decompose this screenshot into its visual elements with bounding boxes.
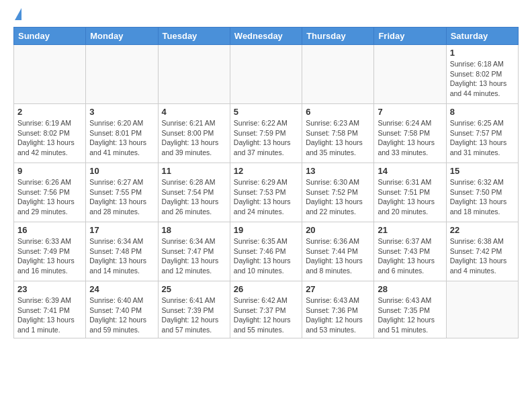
day-info: Sunrise: 6:26 AM Sunset: 7:56 PM Dayligh… (17, 177, 82, 217)
calendar-cell: 4Sunrise: 6:21 AM Sunset: 8:00 PM Daylig… (158, 104, 230, 163)
calendar-cell (230, 45, 302, 104)
week-row-0: 1Sunrise: 6:18 AM Sunset: 8:02 PM Daylig… (14, 45, 519, 104)
day-info: Sunrise: 6:21 AM Sunset: 8:00 PM Dayligh… (162, 118, 226, 158)
day-info: Sunrise: 6:24 AM Sunset: 7:58 PM Dayligh… (378, 118, 442, 158)
logo-triangle-icon (15, 8, 21, 20)
day-number: 5 (234, 107, 298, 117)
calendar-cell: 20Sunrise: 6:36 AM Sunset: 7:44 PM Dayli… (302, 222, 374, 281)
calendar-cell: 5Sunrise: 6:22 AM Sunset: 7:59 PM Daylig… (230, 104, 302, 163)
day-number: 28 (378, 284, 442, 294)
day-number: 10 (89, 166, 154, 176)
calendar-cell (86, 45, 158, 104)
calendar-cell: 27Sunrise: 6:43 AM Sunset: 7:36 PM Dayli… (302, 281, 374, 338)
day-info: Sunrise: 6:43 AM Sunset: 7:36 PM Dayligh… (306, 295, 370, 335)
page: SundayMondayTuesdayWednesdayThursdayFrid… (0, 0, 532, 345)
weekday-header-row: SundayMondayTuesdayWednesdayThursdayFrid… (14, 28, 519, 45)
day-number: 26 (234, 284, 298, 294)
day-number: 17 (89, 225, 154, 235)
day-info: Sunrise: 6:33 AM Sunset: 7:49 PM Dayligh… (17, 236, 82, 276)
calendar-cell: 6Sunrise: 6:23 AM Sunset: 7:58 PM Daylig… (302, 104, 374, 163)
calendar: SundayMondayTuesdayWednesdayThursdayFrid… (13, 27, 519, 338)
calendar-cell (446, 281, 518, 338)
day-info: Sunrise: 6:35 AM Sunset: 7:46 PM Dayligh… (234, 236, 298, 276)
calendar-cell: 1Sunrise: 6:18 AM Sunset: 8:02 PM Daylig… (446, 45, 518, 104)
day-number: 1 (450, 48, 515, 58)
calendar-cell: 2Sunrise: 6:19 AM Sunset: 8:02 PM Daylig… (14, 104, 86, 163)
calendar-cell: 12Sunrise: 6:29 AM Sunset: 7:53 PM Dayli… (230, 163, 302, 222)
calendar-cell: 8Sunrise: 6:25 AM Sunset: 7:57 PM Daylig… (446, 104, 518, 163)
day-number: 27 (306, 284, 370, 294)
calendar-cell: 26Sunrise: 6:42 AM Sunset: 7:37 PM Dayli… (230, 281, 302, 338)
day-info: Sunrise: 6:28 AM Sunset: 7:54 PM Dayligh… (162, 177, 226, 217)
weekday-header-thursday: Thursday (302, 28, 374, 45)
day-info: Sunrise: 6:20 AM Sunset: 8:01 PM Dayligh… (89, 118, 154, 158)
day-number: 24 (89, 284, 154, 294)
day-info: Sunrise: 6:19 AM Sunset: 8:02 PM Dayligh… (17, 118, 82, 158)
day-info: Sunrise: 6:39 AM Sunset: 7:41 PM Dayligh… (17, 295, 82, 335)
day-info: Sunrise: 6:41 AM Sunset: 7:39 PM Dayligh… (162, 295, 226, 335)
day-number: 6 (306, 107, 370, 117)
weekday-header-sunday: Sunday (14, 28, 86, 45)
week-row-4: 23Sunrise: 6:39 AM Sunset: 7:41 PM Dayli… (14, 281, 519, 338)
calendar-cell: 19Sunrise: 6:35 AM Sunset: 7:46 PM Dayli… (230, 222, 302, 281)
calendar-cell: 10Sunrise: 6:27 AM Sunset: 7:55 PM Dayli… (86, 163, 158, 222)
day-number: 3 (89, 107, 154, 117)
day-number: 8 (450, 107, 515, 117)
day-info: Sunrise: 6:36 AM Sunset: 7:44 PM Dayligh… (306, 236, 370, 276)
calendar-cell: 16Sunrise: 6:33 AM Sunset: 7:49 PM Dayli… (14, 222, 86, 281)
calendar-cell: 23Sunrise: 6:39 AM Sunset: 7:41 PM Dayli… (14, 281, 86, 338)
day-number: 23 (17, 284, 82, 294)
day-number: 11 (162, 166, 226, 176)
calendar-cell: 18Sunrise: 6:34 AM Sunset: 7:47 PM Dayli… (158, 222, 230, 281)
day-number: 25 (162, 284, 226, 294)
calendar-cell: 3Sunrise: 6:20 AM Sunset: 8:01 PM Daylig… (86, 104, 158, 163)
day-info: Sunrise: 6:40 AM Sunset: 7:40 PM Dayligh… (89, 295, 154, 335)
weekday-header-saturday: Saturday (446, 28, 518, 45)
day-info: Sunrise: 6:30 AM Sunset: 7:52 PM Dayligh… (306, 177, 370, 217)
day-info: Sunrise: 6:34 AM Sunset: 7:47 PM Dayligh… (162, 236, 226, 276)
week-row-3: 16Sunrise: 6:33 AM Sunset: 7:49 PM Dayli… (14, 222, 519, 281)
calendar-cell: 25Sunrise: 6:41 AM Sunset: 7:39 PM Dayli… (158, 281, 230, 338)
weekday-header-monday: Monday (86, 28, 158, 45)
day-number: 13 (306, 166, 370, 176)
week-row-1: 2Sunrise: 6:19 AM Sunset: 8:02 PM Daylig… (14, 104, 519, 163)
day-info: Sunrise: 6:22 AM Sunset: 7:59 PM Dayligh… (234, 118, 298, 158)
calendar-cell: 21Sunrise: 6:37 AM Sunset: 7:43 PM Dayli… (374, 222, 446, 281)
weekday-header-friday: Friday (374, 28, 446, 45)
calendar-cell: 7Sunrise: 6:24 AM Sunset: 7:58 PM Daylig… (374, 104, 446, 163)
day-number: 9 (17, 166, 82, 176)
calendar-cell: 15Sunrise: 6:32 AM Sunset: 7:50 PM Dayli… (446, 163, 518, 222)
day-number: 14 (378, 166, 442, 176)
calendar-cell (14, 45, 86, 104)
day-info: Sunrise: 6:23 AM Sunset: 7:58 PM Dayligh… (306, 118, 370, 158)
day-number: 16 (17, 225, 82, 235)
day-number: 2 (17, 107, 82, 117)
day-number: 7 (378, 107, 442, 117)
day-info: Sunrise: 6:18 AM Sunset: 8:02 PM Dayligh… (450, 59, 515, 99)
day-number: 22 (450, 225, 515, 235)
day-number: 21 (378, 225, 442, 235)
day-number: 18 (162, 225, 226, 235)
day-info: Sunrise: 6:31 AM Sunset: 7:51 PM Dayligh… (378, 177, 442, 217)
day-info: Sunrise: 6:42 AM Sunset: 7:37 PM Dayligh… (234, 295, 298, 335)
day-number: 12 (234, 166, 298, 176)
calendar-cell (374, 45, 446, 104)
calendar-cell: 17Sunrise: 6:34 AM Sunset: 7:48 PM Dayli… (86, 222, 158, 281)
day-info: Sunrise: 6:32 AM Sunset: 7:50 PM Dayligh… (450, 177, 515, 217)
calendar-cell (158, 45, 230, 104)
calendar-cell: 28Sunrise: 6:43 AM Sunset: 7:35 PM Dayli… (374, 281, 446, 338)
weekday-header-tuesday: Tuesday (158, 28, 230, 45)
calendar-cell: 13Sunrise: 6:30 AM Sunset: 7:52 PM Dayli… (302, 163, 374, 222)
calendar-cell: 9Sunrise: 6:26 AM Sunset: 7:56 PM Daylig… (14, 163, 86, 222)
day-number: 19 (234, 225, 298, 235)
day-info: Sunrise: 6:27 AM Sunset: 7:55 PM Dayligh… (89, 177, 154, 217)
day-info: Sunrise: 6:43 AM Sunset: 7:35 PM Dayligh… (378, 295, 442, 335)
week-row-2: 9Sunrise: 6:26 AM Sunset: 7:56 PM Daylig… (14, 163, 519, 222)
day-info: Sunrise: 6:25 AM Sunset: 7:57 PM Dayligh… (450, 118, 515, 158)
day-number: 4 (162, 107, 226, 117)
logo (13, 11, 21, 20)
day-info: Sunrise: 6:38 AM Sunset: 7:42 PM Dayligh… (450, 236, 515, 276)
calendar-cell: 22Sunrise: 6:38 AM Sunset: 7:42 PM Dayli… (446, 222, 518, 281)
day-info: Sunrise: 6:37 AM Sunset: 7:43 PM Dayligh… (378, 236, 442, 276)
day-info: Sunrise: 6:34 AM Sunset: 7:48 PM Dayligh… (89, 236, 154, 276)
